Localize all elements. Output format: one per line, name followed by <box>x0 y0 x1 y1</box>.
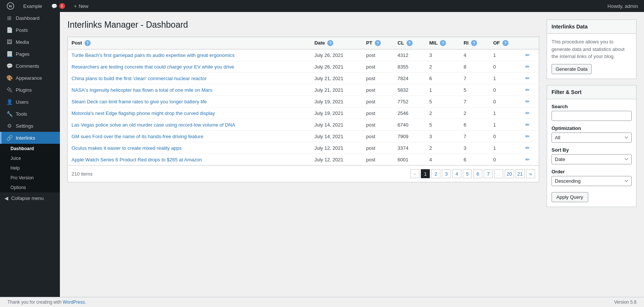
edit-icon[interactable]: ✏ <box>525 122 530 128</box>
edit-icon[interactable]: ✏ <box>525 133 530 139</box>
new-content-item[interactable]: + New <box>70 0 92 12</box>
edit-icon[interactable]: ✏ <box>525 145 530 151</box>
submenu-options[interactable]: Options <box>0 183 60 192</box>
cell-ri: 6 <box>460 119 489 131</box>
comment-icon: 💬 <box>51 3 57 9</box>
cell-edit: ✏ <box>522 73 539 84</box>
sidebar-item-tools[interactable]: 🔧 Tools <box>0 108 60 120</box>
page-2-btn[interactable]: 2 <box>431 169 440 178</box>
footer-left: Thank you for creating with WordPress. <box>7 300 86 305</box>
post-link[interactable]: Turtle Beach's first gamepad pairs its a… <box>72 52 235 58</box>
submenu-pro[interactable]: Pro Version <box>0 173 60 183</box>
cell-cl: 7824 <box>394 73 426 84</box>
mil-help-icon[interactable]: ? <box>440 40 446 46</box>
page-6-btn[interactable]: 6 <box>473 169 482 178</box>
post-link[interactable]: NASA's Ingenuity helicopter has flown a … <box>72 87 212 93</box>
cell-post: Apple Watch Series 6 Product Red drops t… <box>68 154 311 165</box>
cl-help-icon[interactable]: ? <box>407 40 413 46</box>
post-link[interactable]: Apple Watch Series 6 Product Red drops t… <box>72 157 202 162</box>
sort-by-field: Sort By Date Title CL MIL RI OF <box>552 147 632 164</box>
page-7-btn[interactable]: 7 <box>484 169 493 178</box>
page-5-btn[interactable]: 5 <box>463 169 472 178</box>
page-4-btn[interactable]: 4 <box>452 169 461 178</box>
page-20-btn[interactable]: 20 <box>505 169 514 178</box>
edit-icon[interactable]: ✏ <box>525 98 530 104</box>
sidebar-item-plugins[interactable]: 🔌 Plugins <box>0 84 60 96</box>
sidebar-item-label: Users <box>16 99 28 105</box>
collapse-icon: ◀ <box>4 195 8 201</box>
post-link[interactable]: Las Vegas police solve an old murder cas… <box>72 122 235 128</box>
filter-sort-title: Filter & Sort <box>547 85 636 99</box>
col-of-label: OF <box>493 40 500 46</box>
wordpress-link[interactable]: WordPress. <box>63 300 86 305</box>
col-pt-label: PT <box>366 40 373 46</box>
posts-table: Post ? Date ? PT ? CL ? <box>67 37 539 166</box>
filter-sort-body: Search Optimization All Good Average Poo… <box>547 99 636 207</box>
site-name-item[interactable]: Example <box>19 0 46 12</box>
col-ri-label: RI <box>464 40 468 46</box>
prev-page-btn[interactable]: « <box>410 169 419 178</box>
sidebar-item-users[interactable]: 👤 Users <box>0 96 60 108</box>
order-select[interactable]: Descending Ascending <box>552 176 632 186</box>
edit-icon[interactable]: ✏ <box>525 75 530 81</box>
cell-edit: ✏ <box>522 131 539 142</box>
comments-item[interactable]: 💬 0 <box>48 0 69 12</box>
cell-mil: 4 <box>425 154 460 165</box>
edit-icon[interactable]: ✏ <box>525 156 530 162</box>
col-pt: PT ? <box>362 37 394 49</box>
sort-by-select[interactable]: Date Title CL MIL RI OF <box>552 154 632 164</box>
wp-logo-item[interactable]: W <box>3 0 18 12</box>
sidebar-item-media[interactable]: 🖼 Media <box>0 36 60 48</box>
cell-cl: 6001 <box>394 154 426 165</box>
optimization-select[interactable]: All Good Average Poor <box>552 133 632 143</box>
submenu-dashboard[interactable]: Dashboard <box>0 144 60 154</box>
cell-cl: 7752 <box>394 96 426 107</box>
pages-icon: 📃 <box>6 51 13 57</box>
sidebar-item-pages[interactable]: 📃 Pages <box>0 48 60 60</box>
post-link[interactable]: China plans to build the first 'clean' c… <box>72 76 206 81</box>
sidebar-item-comments[interactable]: 💬 Comments <box>0 60 60 72</box>
of-help-icon[interactable]: ? <box>502 40 508 46</box>
page-1-btn[interactable]: 1 <box>421 169 430 178</box>
post-link[interactable]: Oculus makes it easier to create mixed r… <box>72 145 182 151</box>
post-link[interactable]: Researchers are testing concrete that co… <box>72 64 234 70</box>
cell-date: July 21, 2021 <box>311 84 362 96</box>
edit-icon[interactable]: ✏ <box>525 52 530 58</box>
date-help-icon[interactable]: ? <box>327 40 333 46</box>
submenu-help[interactable]: Help <box>0 163 60 173</box>
optimization-label: Optimization <box>552 125 632 131</box>
post-link[interactable]: Steam Deck can limit frame rates to give… <box>72 99 207 104</box>
sidebar-item-appearance[interactable]: 🎨 Appearance <box>0 72 60 84</box>
cell-date: July 26, 2021 <box>311 49 362 61</box>
sidebar-item-label: Pages <box>16 51 30 57</box>
ri-help-icon[interactable]: ? <box>471 40 477 46</box>
collapse-menu-button[interactable]: ◀ Collapse menu <box>0 192 60 204</box>
apply-query-button[interactable]: Apply Query <box>552 192 588 202</box>
post-link[interactable]: Motorola's next Edge flagship phone migh… <box>72 110 215 116</box>
generate-data-button[interactable]: Generate Data <box>552 64 592 74</box>
cell-cl: 2546 <box>394 107 426 119</box>
edit-icon[interactable]: ✏ <box>525 110 530 116</box>
post-link[interactable]: GM sues Ford over the name of its hands-… <box>72 134 203 139</box>
cell-pt: post <box>362 131 394 142</box>
sidebar-item-dashboard[interactable]: ⊞ Dashboard <box>0 12 60 24</box>
next-page-btn[interactable]: » <box>526 169 535 178</box>
cell-post: Motorola's next Edge flagship phone migh… <box>68 107 311 119</box>
edit-icon[interactable]: ✏ <box>525 87 530 93</box>
sidebar-item-interlinks[interactable]: 🔗 Interlinks <box>0 132 60 144</box>
cell-mil: 2 <box>425 61 460 73</box>
site-name: Example <box>23 3 42 9</box>
page-21-btn[interactable]: 21 <box>516 169 525 178</box>
sidebar-item-settings[interactable]: ⚙ Settings <box>0 120 60 132</box>
order-label: Order <box>552 169 632 174</box>
pt-help-icon[interactable]: ? <box>375 40 381 46</box>
submenu-juice[interactable]: Juice <box>0 154 60 163</box>
page-3-btn[interactable]: 3 <box>442 169 451 178</box>
edit-icon[interactable]: ✏ <box>525 64 530 70</box>
ellipsis: ... <box>494 169 503 178</box>
footer-thank-you: Thank you for creating with <box>7 300 63 305</box>
cell-date: July 14, 2021 <box>311 131 362 142</box>
post-help-icon[interactable]: ? <box>85 40 91 46</box>
search-input[interactable] <box>552 111 632 121</box>
sidebar-item-posts[interactable]: 📄 Posts <box>0 24 60 36</box>
